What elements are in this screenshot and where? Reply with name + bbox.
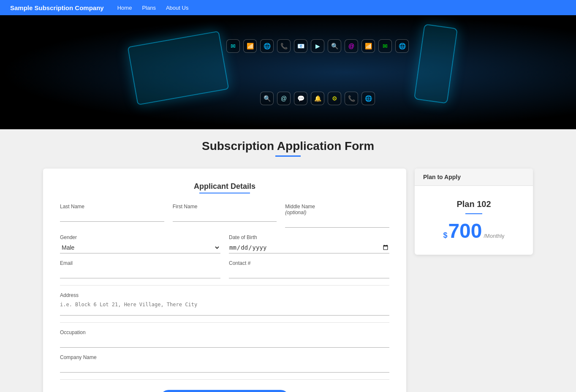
nav-link-about[interactable]: About Us [166,5,188,11]
contact-input[interactable] [229,268,389,278]
email-input[interactable] [60,268,220,278]
email-contact-row: Email Contact # [60,260,389,278]
gender-label: Gender [60,234,220,240]
submit-button[interactable]: Submit Application [160,390,289,392]
form-divider-1 [60,285,389,286]
gender-select[interactable]: Male Female Other [60,242,220,253]
plan-amount: 700 [448,221,482,241]
plan-name: Plan 102 [423,199,524,209]
first-name-label: First Name [173,204,277,210]
address-label: Address [60,292,389,298]
company-group: Company Name [60,354,389,373]
dob-input[interactable] [229,242,389,253]
navbar: Sample Subscription Company Home Plans A… [0,0,576,15]
first-name-input[interactable] [173,211,277,222]
plan-name-underline [465,213,482,214]
plan-price-row: $ 700 /Monthly [423,221,524,241]
first-name-group: First Name [173,204,277,228]
occupation-label: Occupation [60,329,389,335]
page-title: Subscription Application Form [43,139,533,153]
submit-row: Submit Application [60,390,389,392]
occupation-row: Occupation [60,329,389,348]
company-row: Company Name [60,354,389,373]
company-label: Company Name [60,354,389,360]
last-name-label: Last Name [60,204,164,210]
company-input[interactable] [60,362,389,373]
form-divider-2 [60,322,389,323]
form-layout: Applicant Details Last Name First Name M… [43,169,533,392]
plan-period: /Monthly [484,233,504,239]
address-input[interactable] [60,300,389,316]
occupation-group: Occupation [60,329,389,348]
occupation-input[interactable] [60,337,389,348]
last-name-group: Last Name [60,204,164,228]
name-row: Last Name First Name Middle Name (option… [60,204,389,228]
hero-banner: ✉ 📶 🌐 📞 📧 ▶ 🔍 @ 📶 ✉ 🌐 🔍 @ 💬 🔔 ⚙ 📞 🌐 [0,15,576,129]
title-underline [275,155,301,157]
plan-header: Plan to Apply [415,169,533,186]
plan-currency: $ [443,231,447,240]
plan-card: Plan to Apply Plan 102 $ 700 /Monthly [415,169,533,255]
middle-name-input[interactable] [285,217,389,228]
page-content: Subscription Application Form Applicant … [35,129,541,392]
navbar-brand: Sample Subscription Company [10,4,104,11]
address-row: Address [60,292,389,316]
gender-dob-row: Gender Male Female Other Date of Birth [60,234,389,253]
middle-name-label: Middle Name (optional) [285,204,389,215]
dob-group: Date of Birth [229,234,389,253]
gender-group: Gender Male Female Other [60,234,220,253]
dob-label: Date of Birth [229,234,389,240]
contact-group: Contact # [229,260,389,278]
form-card: Applicant Details Last Name First Name M… [43,169,406,392]
section-underline [199,193,250,193]
middle-name-group: Middle Name (optional) [285,204,389,228]
section-title: Applicant Details [60,182,389,191]
navbar-links: Home Plans About Us [117,5,189,11]
address-group: Address [60,292,389,316]
nav-link-home[interactable]: Home [117,5,132,11]
last-name-input[interactable] [60,211,164,222]
contact-label: Contact # [229,260,389,266]
email-group: Email [60,260,220,278]
nav-link-plans[interactable]: Plans [142,5,156,11]
form-divider-3 [60,379,389,380]
plan-body: Plan 102 $ 700 /Monthly [415,186,533,255]
email-label: Email [60,260,220,266]
